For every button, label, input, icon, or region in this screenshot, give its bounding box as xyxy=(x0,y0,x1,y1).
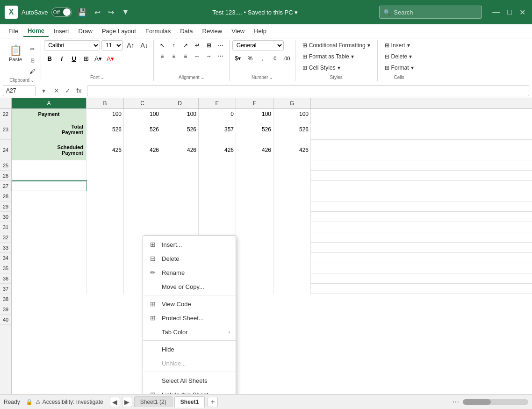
border-button[interactable]: ⊞ xyxy=(80,53,92,64)
row-num-29[interactable]: 29 xyxy=(0,201,11,212)
ctx-move-item[interactable]: Move or Copy... xyxy=(143,280,236,294)
menu-review[interactable]: Review xyxy=(198,26,227,36)
search-bar[interactable]: 🔍 Search xyxy=(379,6,482,19)
cell-d25[interactable] xyxy=(161,160,199,171)
ctx-insert-item[interactable]: ⊞ Insert... xyxy=(143,237,236,251)
cell-e22[interactable]: 0 xyxy=(199,109,236,119)
align-top-center[interactable]: ↑ xyxy=(168,40,180,50)
undo-button[interactable]: ↩ xyxy=(93,6,102,19)
cell-a28[interactable] xyxy=(12,191,86,201)
cell-a24[interactable]: Scheduled Payment xyxy=(12,140,86,160)
font-color-button[interactable]: A▾ xyxy=(105,53,116,64)
row-num-33[interactable]: 33 xyxy=(0,243,11,253)
row-num-24[interactable]: 24 xyxy=(0,140,11,160)
number-format-select[interactable]: General xyxy=(232,40,284,50)
align-left[interactable]: ≡ xyxy=(157,51,168,61)
menu-page-layout[interactable]: Page Layout xyxy=(97,26,141,36)
font-name-select[interactable]: Calibri xyxy=(44,40,100,50)
currency-button[interactable]: $▾ xyxy=(232,53,244,64)
bold-button[interactable]: B xyxy=(44,53,55,64)
row-num-37[interactable]: 37 xyxy=(0,284,11,294)
ctx-hide-item[interactable]: Hide xyxy=(143,342,236,356)
accessibility-button[interactable]: ⚠ Accessibility: Investigate xyxy=(36,399,103,405)
align-more2[interactable]: ⋯ xyxy=(215,51,226,61)
paste-button[interactable]: 📋 Paste xyxy=(6,42,25,65)
quick-access-more[interactable]: ▼ xyxy=(120,6,131,18)
font-size-decrease[interactable]: A↓ xyxy=(138,40,150,50)
cells-format-button[interactable]: ⊞ Format ▾ xyxy=(381,63,418,73)
percent-button[interactable]: % xyxy=(244,53,256,64)
menu-formulas[interactable]: Formulas xyxy=(141,26,175,36)
decrease-indent[interactable]: ← xyxy=(192,51,203,61)
menu-file[interactable]: File xyxy=(4,26,23,36)
sheet-next-button[interactable]: ▶ xyxy=(122,397,132,407)
ctx-unhide-item[interactable]: Unhide... xyxy=(143,356,236,370)
format-as-table-button[interactable]: ⊞ Format as Table ▾ xyxy=(298,51,358,62)
cell-b28[interactable] xyxy=(86,191,124,201)
confirm-formula-button[interactable]: ✓ xyxy=(63,86,73,96)
align-center[interactable]: ≡ xyxy=(168,51,180,61)
underline-button[interactable]: U xyxy=(68,53,79,64)
cell-g22[interactable]: 100 xyxy=(273,109,311,119)
cell-a25[interactable] xyxy=(12,160,86,171)
cell-f27[interactable] xyxy=(236,181,273,191)
cell-reference-box[interactable]: A27 xyxy=(3,85,36,96)
maximize-button[interactable]: □ xyxy=(505,6,514,18)
cell-a26[interactable] xyxy=(12,171,86,181)
cell-e26[interactable] xyxy=(199,171,236,181)
ctx-protect-item[interactable]: ⊞ Protect Sheet... xyxy=(143,311,236,325)
ctx-tabcolor-item[interactable]: Tab Color › xyxy=(143,325,236,339)
font-size-select[interactable]: 11 xyxy=(101,40,123,50)
autosave-toggle[interactable]: Off xyxy=(51,7,72,17)
font-size-increase[interactable]: A↑ xyxy=(124,40,137,50)
col-header-e[interactable]: E xyxy=(199,98,236,108)
menu-draw[interactable]: Draw xyxy=(74,26,97,36)
cell-e25[interactable] xyxy=(199,160,236,171)
cell-f26[interactable] xyxy=(236,171,273,181)
increase-decimal[interactable]: .00 xyxy=(281,53,292,64)
row-num-36[interactable]: 36 xyxy=(0,273,11,284)
cell-d23[interactable]: 526 xyxy=(161,119,199,140)
cell-c22[interactable]: 100 xyxy=(124,109,161,119)
row-num-35[interactable]: 35 xyxy=(0,263,11,273)
col-header-b[interactable]: B xyxy=(86,98,124,108)
row-num-28[interactable]: 28 xyxy=(0,191,11,201)
cell-a23[interactable]: Total Payment xyxy=(12,119,86,140)
menu-help[interactable]: Help xyxy=(249,26,271,36)
cell-a27[interactable] xyxy=(12,181,86,191)
align-top-left[interactable]: ↖ xyxy=(157,40,168,50)
row-num-27[interactable]: 27 xyxy=(0,181,11,191)
menu-data[interactable]: Data xyxy=(175,26,197,36)
minimize-button[interactable]: — xyxy=(490,6,502,18)
close-button[interactable]: ✕ xyxy=(518,6,527,19)
cell-b26[interactable] xyxy=(86,171,124,181)
cell-styles-button[interactable]: ⊞ Cell Styles ▾ xyxy=(298,63,345,73)
align-right[interactable]: ≡ xyxy=(180,51,191,61)
row-num-25[interactable]: 25 xyxy=(0,160,11,171)
decrease-decimal[interactable]: .0 xyxy=(269,53,280,64)
col-header-f[interactable]: F xyxy=(236,98,273,108)
ctx-delete-item[interactable]: ⊟ Delete xyxy=(143,251,236,265)
merge-center[interactable]: ⊞ xyxy=(203,40,215,50)
cell-f24[interactable]: 426 xyxy=(236,140,273,160)
row-num-23[interactable]: 23 xyxy=(0,119,11,140)
sheet-prev-button[interactable]: ◀ xyxy=(110,397,120,407)
cell-g23[interactable]: 526 xyxy=(273,119,311,140)
add-sheet-button[interactable]: + xyxy=(208,397,218,407)
col-header-d[interactable]: D xyxy=(161,98,199,108)
row-num-31[interactable]: 31 xyxy=(0,222,11,232)
fill-color-button[interactable]: A▾ xyxy=(93,53,104,64)
cell-f22[interactable]: 100 xyxy=(236,109,273,119)
cell-b24[interactable]: 426 xyxy=(86,140,124,160)
number-expand-icon[interactable]: ⌄ xyxy=(269,75,273,80)
cell-c26[interactable] xyxy=(124,171,161,181)
row-num-22[interactable]: 22 xyxy=(0,109,11,119)
scroll-thumb[interactable] xyxy=(463,399,491,405)
align-top-right[interactable]: ↗ xyxy=(180,40,191,50)
italic-button[interactable]: I xyxy=(56,53,67,64)
redo-button[interactable]: ↪ xyxy=(106,6,116,19)
sheet-options-button[interactable]: ⋯ xyxy=(451,397,461,407)
conditional-formatting-button[interactable]: ⊞ Conditional Formatting ▾ xyxy=(298,40,374,50)
row-num-32[interactable]: 32 xyxy=(0,232,11,243)
cell-c25[interactable] xyxy=(124,160,161,171)
